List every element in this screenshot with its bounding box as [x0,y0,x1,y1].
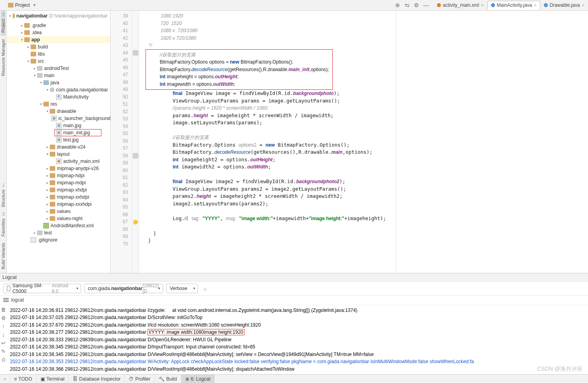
log-line[interactable]: 2022-07-16 14:20:38.345 29812-29812/com.… [10,343,588,351]
log-line[interactable]: 2022-07-16 14:20:38.353 29812-29812/com.… [10,358,588,366]
logcat-tool-icon[interactable]: ✎ [1,348,6,354]
tree-node[interactable]: ▸mipmap-xxxhdpi [7,201,110,208]
tree-node[interactable]: ▾src [7,58,110,65]
log-line[interactable]: 2022-07-16 14:20:38.277 29812-29812/com.… [10,329,588,336]
expand-arrow-icon[interactable]: ▸ [45,195,50,199]
close-icon[interactable]: × [534,3,536,8]
tree-node[interactable]: ▸mipmap-mdpi [7,179,110,186]
code-area[interactable]: 1080 1920 720 1520 1080 x 720/1080 1920 … [139,11,396,273]
logcat-tab-bar[interactable]: Logcat [0,273,588,281]
log-line[interactable]: 2022-07-16 14:20:37.025 29812-29812/com.… [10,314,588,321]
tree-node[interactable]: MainActivity [7,93,110,101]
expand-arrow-icon[interactable]: ▸ [19,23,24,27]
editor-tab[interactable]: Drawable.java× [540,1,588,10]
tree-node[interactable]: ▸mipmap-anydpi-v26 [7,165,110,172]
tree-node[interactable]: ▸.gradle [7,22,110,29]
status-item-profiler[interactable]: ⏱Profiler [125,375,155,383]
status-item-build[interactable]: 🔨Build [155,375,181,383]
expand-arrow-icon[interactable]: ▾ [26,59,31,63]
tool-tab-favorites[interactable]: 2:Favorites [1,210,6,240]
logcat-output[interactable]: 2022-07-16 14:20:36.911 29812-29812/com.… [7,305,588,375]
gutter-mark-icon[interactable] [133,153,138,159]
project-tree[interactable]: ▸.gradle▸.idea▾app▸buildlibs▾src▸android… [7,21,110,273]
tree-node[interactable]: ▾java [7,79,110,86]
log-line[interactable]: 2022-07-16 14:20:38.345 29812-29812/com.… [10,351,588,358]
tree-node[interactable]: ▸mipmap-xhdpi [7,186,110,193]
log-line[interactable]: 2022-07-16 14:20:38.333 29812-29839/com.… [10,336,588,344]
tree-node[interactable]: test.jpg [7,136,110,143]
hide-icon[interactable]: — [421,2,431,8]
expand-arrow-icon[interactable]: ▸ [45,217,50,221]
status-item-6--logcat[interactable]: ≣6: Logcat [181,375,215,383]
tree-node[interactable]: ▾layout [7,151,110,158]
tool-tab-project[interactable]: 1:Project [1,11,6,36]
status-square-icon[interactable]: ▫ [4,376,6,382]
tree-node[interactable]: ▸mipmap-xxhdpi [7,193,110,201]
locate-icon[interactable]: ⊕ [393,2,402,8]
expand-arrow-icon[interactable]: ▾ [32,74,37,77]
log-line[interactable]: 2022-07-16 14:20:36.911 29812-29812/com.… [10,307,588,314]
project-view-selector[interactable]: Project ▼ [0,2,39,8]
tree-node[interactable]: ▾res [7,101,110,108]
log-line[interactable]: 2022-07-16 14:20:37.670 29812-29812/com.… [10,321,588,329]
close-icon[interactable]: × [481,3,483,8]
expand-arrow-icon[interactable]: ▸ [45,174,50,178]
expand-icon[interactable]: ⇆ [402,2,412,8]
tree-node[interactable]: ▾drawable [7,108,110,115]
tree-node[interactable]: ▸drawable-v24 [7,143,110,151]
expand-arrow-icon[interactable]: ▸ [45,166,50,170]
expand-arrow-icon[interactable]: ▾ [19,38,24,42]
tool-tab-resource-manager[interactable]: Resource Manager [1,36,6,79]
expand-arrow-icon[interactable]: ▸ [45,145,50,149]
tree-node[interactable]: ▸build [7,43,110,50]
hamburger-icon[interactable] [3,300,9,300]
tree-node[interactable]: ▾app [7,36,110,43]
tree-node[interactable]: ▸androidTest [7,65,110,72]
tree-node[interactable]: ▸test [7,229,110,236]
status-item-terminal[interactable]: ▣Terminal [37,375,69,383]
close-icon[interactable]: × [582,3,584,8]
expand-arrow-icon[interactable]: ▾ [39,102,43,106]
tree-node[interactable]: libs [7,50,110,58]
expand-arrow-icon[interactable]: ▸ [45,188,50,192]
logcat-tool-icon[interactable]: ⎙ [2,357,5,363]
tree-node[interactable]: ▸.idea [7,29,110,36]
editor-tab[interactable]: MainActivity.java× [487,1,540,10]
expand-arrow-icon[interactable]: ▸ [32,231,37,235]
device-dropdown[interactable]: Samsung SM-C5000 Android 8.0 [3,284,81,293]
tree-node[interactable]: activity_main.xml [7,158,110,165]
expand-arrow-icon[interactable]: ▾ [39,81,43,85]
process-dropdown[interactable]: com.giada.navigationbar (29812) [D [84,284,163,293]
logcat-tool-icon[interactable]: ↑ [2,323,5,329]
gutter-mark-icon[interactable] [133,50,138,56]
intention-bulb-icon[interactable] [133,220,138,224]
loglevel-dropdown[interactable]: Verbose [166,284,198,293]
tree-node[interactable]: ▾com.giada.navigationbar [7,86,110,93]
tree-node[interactable]: ▸values-night [7,215,110,222]
editor-tab[interactable]: activity_main.xml× [433,1,487,10]
tool-tab-structure[interactable]: 7:Structure [1,181,6,211]
logcat-tool-icon[interactable]: ⚙ [1,315,6,321]
logcat-tool-icon[interactable]: 🗑 [1,307,6,313]
logcat-tool-icon[interactable]: ↓ [2,332,5,338]
expand-arrow-icon[interactable]: ▸ [32,66,37,70]
logcat-tool-icon[interactable]: ↩ [1,340,6,346]
tree-node[interactable]: ▸values [7,208,110,215]
tree-node[interactable]: main_init.jpg [7,129,110,136]
settings-icon[interactable]: ⚙ [412,2,421,8]
project-root-header[interactable]: ▾ navigationbar D:\Vanko\app\navigationb… [7,11,110,21]
expand-arrow-icon[interactable]: ▾ [45,109,50,113]
expand-arrow-icon[interactable]: ▸ [45,209,50,213]
line-gutter[interactable]: 3940414243444546474849505152535455565758… [111,11,132,273]
tree-node[interactable]: ▸mipmap-hdpi [7,172,110,179]
expand-arrow-icon[interactable]: ▾ [45,152,50,156]
status-item-database-inspector[interactable]: 🗄Database Inspector [69,375,125,383]
expand-arrow-icon[interactable]: ▾ [45,88,50,92]
tree-node[interactable]: AndroidManifest.xml [7,222,110,229]
tree-node[interactable]: main.jpg [7,122,110,129]
tree-node[interactable]: ▾main [7,72,110,79]
status-item-todo[interactable]: ≡TODO [10,375,36,383]
expand-arrow-icon[interactable]: ▸ [19,31,24,35]
tree-node[interactable]: ic_launcher_background.x [7,115,110,122]
expand-arrow-icon[interactable]: ▸ [26,45,31,49]
